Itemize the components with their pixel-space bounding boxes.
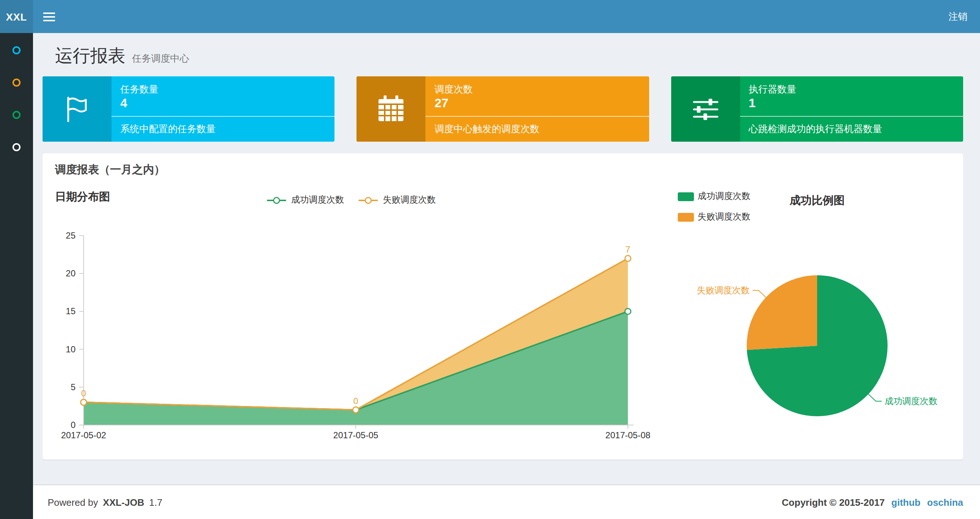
- svg-text:7: 7: [625, 244, 630, 254]
- product-version: 1.7: [149, 497, 162, 508]
- info-box-body: 执行器数量 1 心跳检测成功的执行器机器数量: [740, 76, 963, 142]
- flag-icon: [43, 76, 111, 142]
- info-box-title: 执行器数量: [749, 83, 796, 96]
- line-chart-legend: 成功调度次数 失败调度次数: [240, 194, 461, 206]
- legend-swatch-icon: [678, 192, 694, 201]
- circle-icon: [13, 78, 21, 86]
- circle-icon: [13, 110, 21, 118]
- sidebar-item-job-manage[interactable]: [0, 66, 33, 98]
- page-title: 运行报表: [55, 44, 126, 67]
- info-box-body: 调度次数 27 调度中心触发的调度次数: [426, 76, 649, 142]
- svg-text:失败调度次数: 失败调度次数: [697, 285, 750, 295]
- powered-prefix: Powered by: [48, 497, 98, 508]
- legend-item-success[interactable]: 成功调度次数: [678, 190, 750, 203]
- sidebar-item-executor-manage[interactable]: [0, 131, 33, 163]
- legend-item-success[interactable]: 成功调度次数: [266, 194, 344, 206]
- legend-item-fail[interactable]: 失败调度次数: [678, 211, 750, 223]
- navbar: XXL 注销: [0, 0, 980, 33]
- powered-by: Powered by XXL-JOB 1.7: [48, 497, 165, 508]
- info-box-value: 27: [434, 96, 449, 111]
- report-panel: 调度报表（一月之内） 日期分布图 成功调度次数 失败调度次数 051015202…: [43, 153, 963, 460]
- copyright-text: Copyright © 2015-2017: [782, 497, 885, 508]
- summary-boxes: 任务数量 4 系统中配置的任务数量: [43, 76, 963, 142]
- github-link[interactable]: github: [891, 497, 920, 508]
- sidebar: [0, 33, 33, 519]
- svg-text:25: 25: [66, 230, 76, 240]
- info-box-title: 调度次数: [434, 83, 473, 96]
- pie-chart-legend: 成功调度次数 失败调度次数: [678, 190, 750, 223]
- sidebar-item-dispatch-log[interactable]: [0, 98, 33, 131]
- info-box-trigger-count: 调度次数 27 调度中心触发的调度次数: [357, 76, 649, 142]
- info-box-job-count: 任务数量 4 系统中配置的任务数量: [43, 76, 335, 142]
- svg-text:5: 5: [71, 382, 76, 392]
- product-name: XXL-JOB: [103, 497, 145, 508]
- svg-text:10: 10: [66, 344, 76, 354]
- sidebar-item-run-report[interactable]: [0, 34, 33, 66]
- logo[interactable]: XXL: [0, 0, 33, 33]
- copyright-area: Copyright © 2015-2017 github oschina: [782, 497, 963, 508]
- legend-item-fail[interactable]: 失败调度次数: [357, 194, 436, 206]
- oschina-link[interactable]: oschina: [927, 497, 963, 508]
- svg-text:0: 0: [81, 388, 86, 398]
- legend-label: 成功调度次数: [291, 194, 344, 206]
- date-distribution-area-chart[interactable]: 05101520252017-05-022017-05-052017-05-08…: [43, 216, 659, 447]
- svg-text:20: 20: [66, 268, 76, 278]
- circle-icon: [13, 143, 21, 151]
- svg-text:15: 15: [66, 306, 76, 316]
- info-box-footer: 心跳检测成功的执行器机器数量: [749, 117, 959, 142]
- page-header: 运行报表 任务调度中心: [55, 44, 189, 67]
- calendar-icon: [357, 76, 426, 142]
- line-chart-title: 日期分布图: [55, 190, 110, 204]
- info-box-body: 任务数量 4 系统中配置的任务数量: [111, 76, 335, 142]
- info-box-value: 4: [120, 96, 127, 111]
- svg-text:2017-05-02: 2017-05-02: [61, 430, 107, 440]
- legend-label: 成功调度次数: [698, 190, 750, 203]
- hamburger-icon: [43, 20, 55, 21]
- svg-text:2017-05-05: 2017-05-05: [333, 430, 379, 440]
- sidebar-toggle-button[interactable]: [33, 0, 65, 33]
- legend-swatch-icon: [678, 212, 694, 221]
- legend-label: 失败调度次数: [383, 194, 436, 206]
- logout-link[interactable]: 注销: [936, 0, 980, 33]
- svg-text:0: 0: [353, 396, 358, 406]
- sliders-icon: [671, 76, 740, 142]
- line-series-marker-icon: [266, 196, 288, 204]
- info-box-executor-count: 执行器数量 1 心跳检测成功的执行器机器数量: [671, 76, 963, 142]
- svg-text:0: 0: [71, 420, 76, 430]
- legend-label: 失败调度次数: [698, 211, 750, 223]
- footer: Powered by XXL-JOB 1.7 Copyright © 2015-…: [33, 484, 980, 519]
- svg-text:2017-05-08: 2017-05-08: [606, 430, 651, 440]
- hamburger-icon: [43, 16, 55, 18]
- info-box-footer: 系统中配置的任务数量: [120, 117, 331, 142]
- hamburger-icon: [43, 13, 55, 14]
- info-box-footer: 调度中心触发的调度次数: [434, 117, 645, 142]
- pie-chart-title: 成功比例图: [744, 194, 891, 208]
- panel-title: 调度报表（一月之内）: [55, 163, 165, 177]
- page-subtitle: 任务调度中心: [132, 52, 189, 65]
- info-box-value: 1: [749, 96, 756, 111]
- success-ratio-pie-chart[interactable]: 失败调度次数成功调度次数: [644, 263, 963, 454]
- circle-icon: [13, 46, 21, 54]
- line-series-marker-icon: [357, 196, 379, 204]
- svg-text:成功调度次数: 成功调度次数: [885, 396, 937, 406]
- xxl-job-dashboard: XXL 注销 运行报表 任务调度中心: [0, 0, 980, 519]
- info-box-title: 任务数量: [120, 83, 158, 96]
